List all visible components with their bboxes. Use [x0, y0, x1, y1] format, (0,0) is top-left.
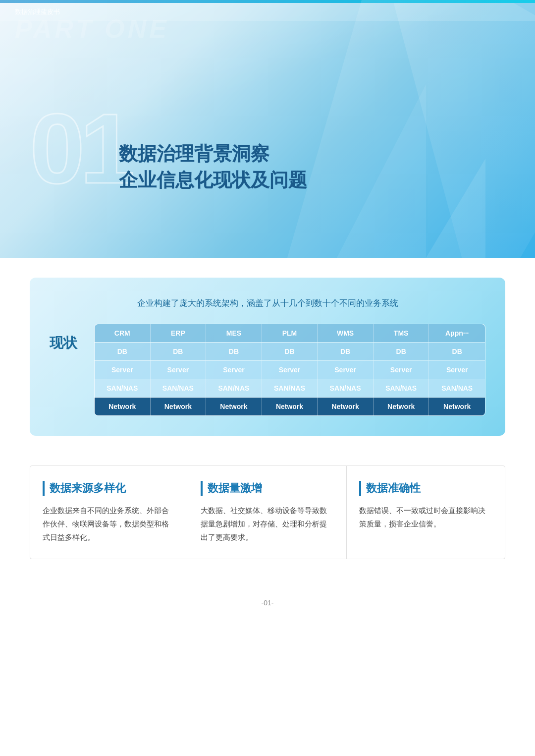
grid-cell: DB: [151, 343, 207, 360]
card-text-accuracy: 数据错误、不一致或过时会直接影响决策质量，损害企业信誉。: [359, 504, 492, 530]
grid-cell: DB: [318, 343, 374, 360]
card-accuracy: 数据准确性 数据错误、不一致或过时会直接影响决策质量，损害企业信誉。: [347, 466, 505, 559]
grid-cell: DB: [206, 343, 262, 360]
grid-cell: TMS: [374, 324, 429, 342]
grid-cell: DB: [374, 343, 429, 360]
grid-cell: SAN/NAS: [429, 379, 485, 397]
card-volume: 数据量激增 大数据、社交媒体、移动设备等导致数据量急剧增加，对存储、处理和分析提…: [188, 466, 346, 559]
hero-title-line2: 企业信息化现状及问题: [119, 167, 307, 193]
diagram-section: 企业构建了庞大的系统架构，涵盖了从十几个到数十个不同的业务系统 现状 CRM E…: [30, 278, 505, 436]
grid-cell: Appn···: [429, 324, 485, 342]
grid-cell-network: Network: [429, 398, 485, 415]
grid-cell-network: Network: [95, 398, 151, 415]
grid-cell: Server: [318, 361, 374, 379]
grid-cell: Server: [95, 361, 151, 379]
grid-cell-network: Network: [262, 398, 318, 415]
main-content: 企业构建了庞大的系统架构，涵盖了从十几个到数十个不同的业务系统 现状 CRM E…: [0, 258, 535, 637]
grid-cell: WMS: [318, 324, 374, 342]
grid-cell-network: Network: [151, 398, 207, 415]
card-text-diversity: 企业数据来自不同的业务系统、外部合作伙伴、物联网设备等，数据类型和格式日益多样化…: [43, 504, 175, 544]
grid-row-network: Network Network Network Network Network …: [95, 398, 485, 415]
grid-cell-network: Network: [318, 398, 374, 415]
cards-section: 数据来源多样化 企业数据来自不同的业务系统、外部合作伙伴、物联网设备等，数据类型…: [30, 465, 505, 559]
grid-cell: CRM: [95, 324, 151, 342]
grid-cell-network: Network: [206, 398, 262, 415]
status-label: 现状: [50, 324, 79, 352]
hero-section: 数据治理蓝皮书 PART ONE 01 数据治理背景洞察 企业信息化现状及问题: [0, 0, 535, 258]
grid-cell: Server: [151, 361, 207, 379]
grid-cell: Server: [206, 361, 262, 379]
grid-cell: SAN/NAS: [206, 379, 262, 397]
card-title-volume: 数据量激增: [201, 481, 333, 496]
diagram-subtitle: 企业构建了庞大的系统架构，涵盖了从十几个到数十个不同的业务系统: [50, 297, 485, 309]
grid-cell: SAN/NAS: [262, 379, 318, 397]
grid-cell: ERP: [151, 324, 207, 342]
page-number: -01-: [30, 589, 505, 617]
decorative-triangle-2: [426, 159, 485, 258]
grid-cell: Server: [374, 361, 429, 379]
card-title-diversity: 数据来源多样化: [43, 481, 175, 496]
grid-cell: SAN/NAS: [374, 379, 429, 397]
system-grid: CRM ERP MES PLM WMS TMS Appn··· DB DB DB…: [94, 324, 485, 416]
decorative-triangle-1: [337, 84, 426, 258]
grid-cell: Server: [262, 361, 318, 379]
grid-cell: SAN/NAS: [151, 379, 207, 397]
part-watermark: PART ONE: [15, 14, 169, 44]
grid-row-db: DB DB DB DB DB DB DB: [95, 343, 485, 361]
grid-cell: SAN/NAS: [95, 379, 151, 397]
grid-cell: SAN/NAS: [318, 379, 374, 397]
grid-cell: DB: [262, 343, 318, 360]
grid-cell: PLM: [262, 324, 318, 342]
grid-cell: DB: [429, 343, 485, 360]
hero-title: 数据治理背景洞察 企业信息化现状及问题: [119, 141, 307, 193]
hero-number: 01: [30, 99, 130, 198]
grid-cell: Server: [429, 361, 485, 379]
grid-row-app: CRM ERP MES PLM WMS TMS Appn···: [95, 324, 485, 343]
grid-row-san: SAN/NAS SAN/NAS SAN/NAS SAN/NAS SAN/NAS …: [95, 379, 485, 398]
grid-cell: DB: [95, 343, 151, 360]
diagram-wrapper: 现状 CRM ERP MES PLM WMS TMS Appn··· DB: [50, 324, 485, 416]
grid-cell: MES: [206, 324, 262, 342]
card-diversity: 数据来源多样化 企业数据来自不同的业务系统、外部合作伙伴、物联网设备等，数据类型…: [30, 466, 188, 559]
page: 数据治理蓝皮书 PART ONE 01 数据治理背景洞察 企业信息化现状及问题 …: [0, 0, 535, 756]
hero-title-line1: 数据治理背景洞察: [119, 141, 307, 167]
card-title-accuracy: 数据准确性: [359, 481, 492, 496]
grid-cell-network: Network: [374, 398, 429, 415]
grid-row-server: Server Server Server Server Server Serve…: [95, 361, 485, 379]
card-text-volume: 大数据、社交媒体、移动设备等导致数据量急剧增加，对存储、处理和分析提出了更高要求…: [201, 504, 333, 544]
